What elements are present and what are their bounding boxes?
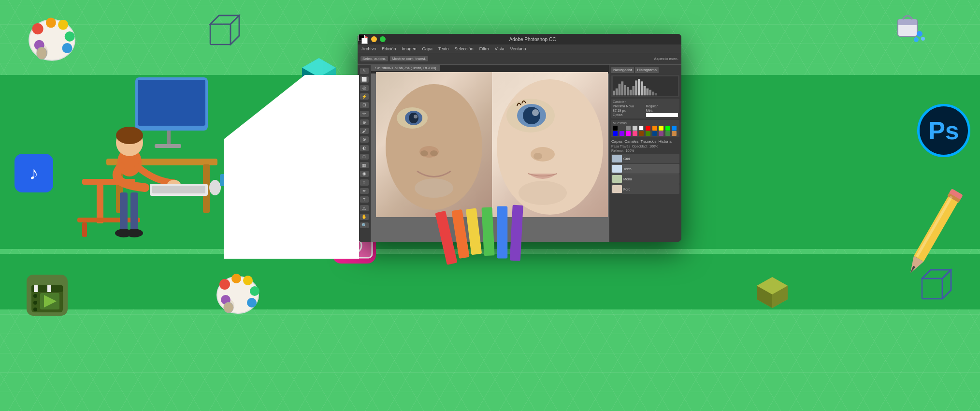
ps-color-cell[interactable] (665, 131, 670, 136)
ps-tab-navegador[interactable]: Navegador (611, 67, 634, 73)
svg-rect-107 (922, 279, 942, 299)
svg-rect-82 (616, 88, 618, 95)
svg-point-77 (532, 109, 539, 116)
ps-paths-tab[interactable]: Trazados (640, 139, 656, 144)
ps-blend-mode[interactable]: Pasa Través (611, 145, 630, 148)
svg-rect-86 (627, 87, 629, 95)
svg-line-111 (942, 270, 951, 279)
ps-layers-tab[interactable]: Capas (611, 139, 622, 144)
svg-rect-119 (47, 285, 51, 292)
ps-color-cell[interactable] (646, 131, 650, 136)
svg-point-23 (917, 31, 922, 37)
ps-font-style[interactable]: Regular (646, 104, 678, 108)
ps-menu-filtro[interactable]: Filtro (479, 46, 489, 51)
ps-color-cell[interactable] (672, 131, 677, 136)
ps-color-cell[interactable] (652, 131, 657, 136)
ps-color-cell[interactable] (659, 131, 663, 136)
ps-menu-ventana[interactable]: Ventana (510, 46, 526, 51)
ps-fill-val[interactable]: 100% (626, 149, 634, 152)
ps-tool-select[interactable]: Selec. autom. (360, 56, 388, 61)
ps-font-metric[interactable]: Métr. (646, 109, 678, 112)
svg-rect-22 (898, 19, 917, 25)
strip-green (481, 207, 494, 256)
ps-color-cell[interactable] (659, 126, 663, 131)
ps-layer-item[interactable]: Grid (611, 154, 679, 163)
ps-tool-dodge[interactable]: ○ (360, 179, 369, 186)
ps-menu-capa[interactable]: Capa (422, 46, 433, 51)
ps-tool-text[interactable]: T (360, 196, 369, 203)
ps-font-family[interactable]: Proxima Nova (613, 104, 645, 108)
ps-tool-brush[interactable]: 🖌 (360, 128, 369, 134)
ps-color-cell[interactable] (626, 126, 631, 131)
ps-tool-lasso[interactable]: ◎ (360, 85, 369, 91)
ps-tab-histograma[interactable]: Histograma (635, 67, 659, 73)
svg-rect-93 (646, 88, 649, 95)
ps-menu-edicion[interactable]: Edición (382, 46, 396, 51)
ps-color-cell[interactable] (620, 126, 624, 131)
ps-color-cell[interactable] (633, 126, 637, 131)
ps-tool-wand[interactable]: ⚡ (360, 93, 369, 100)
scene: ♪ (0, 0, 980, 411)
ps-tool-pen[interactable]: ✒ (360, 188, 369, 194)
ps-color-cell[interactable] (652, 126, 657, 131)
ps-menu-vista[interactable]: Vista (495, 46, 504, 51)
ps-tool-history[interactable]: ◐ (360, 145, 369, 151)
ps-minimize-btn[interactable] (371, 36, 377, 42)
ps-color-cell[interactable] (633, 131, 637, 136)
ps-color-cell[interactable] (639, 131, 644, 136)
svg-rect-94 (649, 90, 651, 96)
ps-channels-tab[interactable]: Canales (624, 139, 638, 144)
svg-point-132 (247, 298, 257, 308)
ps-tool-show[interactable]: Mostrar cont. transf. (390, 56, 428, 61)
ps-maximize-btn[interactable] (380, 36, 386, 42)
svg-line-16 (231, 36, 239, 44)
ps-opacity-val[interactable]: 100% (649, 145, 658, 148)
svg-rect-46 (120, 192, 128, 231)
ps-color-cell[interactable] (613, 126, 618, 131)
ps-tool-gradient[interactable]: ▦ (360, 162, 369, 168)
ps-layer-item[interactable]: Foro (611, 184, 679, 194)
ps-color-cell[interactable] (613, 131, 618, 136)
svg-point-4 (58, 20, 68, 30)
cube-wireframe-icon-bottomright (912, 265, 956, 308)
ps-tool-select-rect[interactable]: ⬜ (360, 76, 369, 83)
ps-tool-hand[interactable]: ✋ (360, 214, 369, 220)
ps-menu-seleccion[interactable]: Selección (455, 46, 474, 51)
ps-color-cell[interactable] (672, 126, 677, 131)
ps-layer-item[interactable]: Menú (611, 174, 679, 184)
svg-point-24 (914, 37, 919, 42)
ps-history-tab[interactable]: Historia (659, 139, 672, 144)
ps-tool-shape[interactable]: △ (360, 205, 369, 211)
ps-color-cell[interactable] (626, 131, 631, 136)
ps-tool-eraser[interactable]: □ (360, 154, 369, 160)
svg-point-5 (65, 31, 75, 42)
ps-canvas-tab[interactable]: Sin título-1 al 66,7% (Texto, RGB/8) (371, 65, 440, 71)
ps-tool-crop[interactable]: ⊡ (360, 102, 369, 108)
ps-color-box[interactable] (646, 113, 678, 117)
ps-tool-move[interactable]: ↖ (360, 68, 369, 74)
ps-layer-item[interactable]: Texto (611, 164, 679, 174)
ps-tool-eyedrop[interactable]: ✏ (360, 111, 369, 117)
ps-tool-stamp[interactable]: ⊗ (360, 136, 369, 143)
desk-illustration (48, 68, 227, 242)
ps-tracking[interactable]: Óptica (613, 113, 645, 117)
ps-fg-bg-colors[interactable] (360, 233, 369, 239)
ps-color-cell[interactable] (665, 126, 670, 131)
ps-color-cell[interactable] (639, 126, 644, 131)
ps-canvas-divider (492, 72, 492, 217)
cube-wireframe-icon-top (201, 11, 244, 54)
svg-point-44 (209, 180, 221, 195)
ps-menu-imagen[interactable]: Imagen (402, 46, 417, 51)
ps-menu-texto[interactable]: Texto (438, 46, 449, 51)
ps-font-size[interactable]: 87.19 px (613, 109, 645, 112)
color-strips (442, 205, 520, 267)
ps-badge-text: Ps (928, 116, 959, 145)
ps-color-cell[interactable] (646, 126, 650, 131)
ps-layer-name: Foro (623, 188, 630, 191)
ps-tool-blur[interactable]: ◉ (360, 171, 369, 177)
svg-point-8 (37, 47, 47, 59)
ps-color-cell[interactable] (620, 131, 624, 136)
ps-tool-zoom[interactable]: 🔍 (360, 222, 369, 229)
ps-tool-heal[interactable]: ⊕ (360, 119, 369, 126)
ps-menu-archivo[interactable]: Archivo (361, 46, 376, 51)
